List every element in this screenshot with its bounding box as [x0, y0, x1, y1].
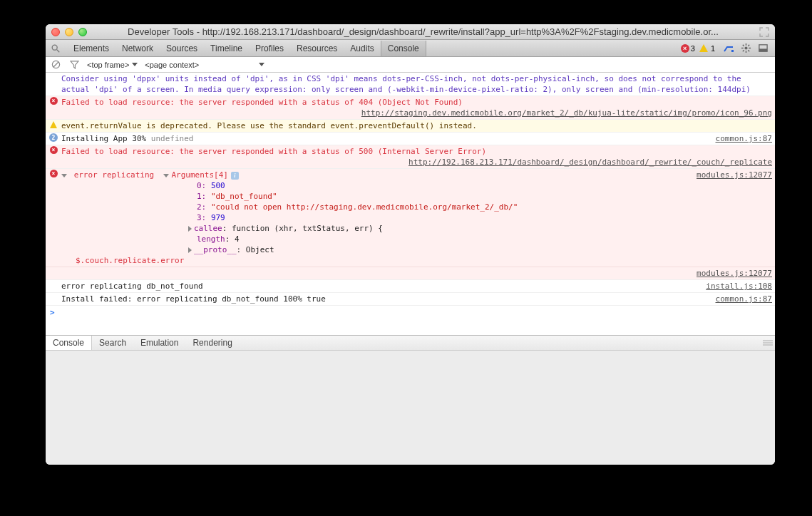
warning-count: 1 — [711, 44, 715, 53]
log-info: 2 Installing App 30% undefined common.js… — [46, 133, 775, 145]
warning-icon — [699, 44, 708, 52]
filter-button[interactable] — [68, 59, 80, 71]
stack-frame[interactable]: $.couch.replicate.error — [76, 256, 184, 265]
log-warning: event.returnValue is deprecated. Please … — [46, 120, 775, 133]
log-source-link[interactable]: common.js:87 — [707, 133, 772, 144]
info-icon[interactable]: i — [231, 172, 239, 180]
search-icon[interactable] — [50, 43, 61, 54]
log-message: Failed to load resource: the server resp… — [61, 147, 486, 156]
log-message: Installing App 30% — [61, 134, 146, 143]
drawer-body — [46, 351, 775, 465]
drawer-tab-console[interactable]: Console — [46, 336, 92, 350]
log-message: event.returnValue is deprecated. Please … — [61, 120, 772, 131]
frame-selector[interactable]: <top frame> — [87, 61, 138, 69]
log-message: Install failed: error replicating db_not… — [61, 294, 707, 304]
log-error-500: × Failed to load resource: the server re… — [46, 145, 775, 169]
titlebar: Developer Tools - http://192.168.213.171… — [46, 24, 775, 40]
svg-line-10 — [748, 45, 749, 46]
arg-key: __proto__ — [194, 245, 237, 254]
disclosure-triangle-icon[interactable] — [163, 174, 169, 177]
main-toolbar: Elements Network Sources Timeline Profil… — [46, 40, 775, 57]
drawer-tab-emulation[interactable]: Emulation — [133, 336, 185, 350]
log-source-link[interactable]: modules.js:12077 — [688, 268, 772, 279]
arg-key: 3: — [197, 213, 211, 222]
log-source-link[interactable]: common.js:87 — [707, 294, 772, 304]
console-subbar: <top frame> <page context> — [46, 57, 775, 73]
svg-line-15 — [53, 62, 58, 67]
error-icon: × — [50, 97, 58, 105]
context-selector[interactable]: <page context> — [145, 61, 264, 69]
arg-key: 0: — [197, 181, 211, 190]
arg-value: : Object — [237, 245, 274, 254]
arg-key: 1: — [197, 192, 211, 201]
chevron-down-icon — [132, 63, 138, 66]
fullscreen-icon[interactable] — [759, 27, 769, 37]
svg-rect-13 — [759, 48, 766, 51]
arg-value: "db_not_found" — [211, 192, 277, 201]
error-count: 3 — [691, 44, 695, 53]
disclosure-triangle-icon[interactable] — [188, 226, 192, 232]
arguments-label[interactable]: Arguments[4] — [171, 170, 227, 180]
log-stack-src: modules.js:12077 — [46, 267, 775, 280]
minimize-window-button[interactable] — [65, 28, 73, 36]
disclosure-triangle-icon[interactable] — [188, 247, 192, 253]
console-log-area[interactable]: Consider using 'dppx' units instead of '… — [46, 73, 775, 335]
panel-tabs: Elements Network Sources Timeline Profil… — [67, 41, 426, 56]
log-plain: error replicating db_not_found install.j… — [46, 280, 775, 293]
tab-timeline[interactable]: Timeline — [204, 41, 249, 56]
log-message: Consider using 'dppx' units instead of '… — [61, 73, 772, 95]
arg-value: 979 — [211, 213, 225, 222]
status-badges[interactable]: ×3 1 — [681, 44, 715, 53]
frame-selector-label: <top frame> — [87, 61, 129, 69]
log-message: Failed to load resource: the server resp… — [61, 98, 463, 107]
dock-button[interactable] — [755, 41, 771, 56]
log-message: error replicating — [74, 170, 155, 180]
devtools-window: Developer Tools - http://192.168.213.171… — [46, 24, 775, 465]
window-title: Developer Tools - http://192.168.213.171… — [93, 26, 754, 37]
svg-line-8 — [742, 45, 744, 46]
log-error-replicating: × error replicating Arguments[4]i 0: 500… — [46, 169, 775, 267]
toggle-drawer-button[interactable] — [721, 41, 736, 56]
log-source-link[interactable]: install.js:108 — [697, 281, 772, 291]
close-window-button[interactable] — [51, 28, 60, 36]
log-plain: Install failed: error replicating db_not… — [46, 293, 775, 306]
log-source-link[interactable]: http://staging.dev.medicmobile.org/marke… — [61, 108, 772, 118]
zoom-window-button[interactable] — [78, 28, 87, 36]
svg-line-1 — [57, 49, 60, 52]
svg-rect-2 — [731, 50, 734, 52]
chevron-down-icon — [259, 63, 264, 66]
console-prompt[interactable]: > — [46, 306, 775, 319]
tab-elements[interactable]: Elements — [67, 41, 115, 56]
traffic-lights — [51, 28, 87, 36]
drawer-tabs: Console Search Emulation Rendering — [46, 335, 775, 351]
tab-resources[interactable]: Resources — [290, 41, 344, 56]
svg-line-11 — [742, 50, 744, 51]
svg-point-0 — [52, 45, 57, 50]
tab-profiles[interactable]: Profiles — [249, 41, 290, 56]
drawer-tab-search[interactable]: Search — [92, 336, 133, 350]
context-selector-label: <page context> — [145, 61, 199, 69]
arg-value: : function (xhr, txtStatus, err) { — [222, 224, 383, 233]
tab-sources[interactable]: Sources — [160, 41, 204, 56]
error-icon: × — [50, 170, 58, 177]
tab-network[interactable]: Network — [115, 41, 160, 56]
log-violation: Consider using 'dppx' units instead of '… — [46, 73, 775, 96]
log-message: error replicating db_not_found — [61, 281, 697, 291]
arg-value: "could not open http://staging.dev.medic… — [211, 202, 518, 212]
svg-line-9 — [748, 50, 749, 51]
prompt-chevron-icon: > — [50, 307, 55, 318]
drawer-tab-rendering[interactable]: Rendering — [185, 336, 239, 350]
clear-console-button[interactable] — [50, 59, 61, 71]
log-source-link[interactable]: modules.js:12077 — [688, 170, 772, 180]
repeat-count-badge: 2 — [49, 133, 58, 142]
settings-button[interactable] — [738, 41, 754, 56]
svg-point-3 — [744, 46, 747, 49]
disclosure-triangle-icon[interactable] — [61, 174, 67, 177]
arg-key: callee — [194, 224, 222, 233]
tab-audits[interactable]: Audits — [344, 41, 380, 56]
error-icon: × — [50, 146, 58, 154]
tab-console[interactable]: Console — [381, 41, 426, 56]
log-source-link[interactable]: http://192.168.213.171/dashboard/_design… — [61, 157, 772, 167]
drawer-drag-handle-icon[interactable] — [761, 336, 775, 350]
arg-value: : 4 — [225, 234, 240, 244]
